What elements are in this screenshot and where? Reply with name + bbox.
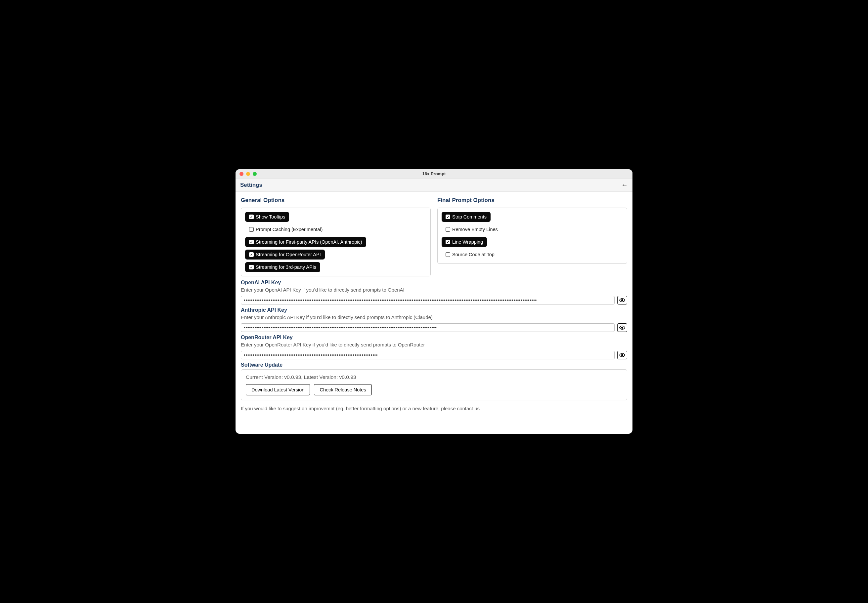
page-title: Settings: [240, 182, 262, 189]
footer-text: If you would like to suggest an improvem…: [241, 406, 627, 411]
checkbox-icon: [446, 215, 450, 219]
option-prompt-caching[interactable]: Prompt Caching (Experimental): [245, 224, 327, 234]
checkbox-icon: [249, 252, 254, 257]
eye-icon: [619, 325, 625, 331]
version-text: Current Version: v0.0.93, Latest Version…: [246, 374, 622, 380]
openai-key-desc: Enter your OpenAI API Key if you'd like …: [241, 287, 627, 292]
page-header: Settings ←: [236, 178, 632, 192]
openrouter-key-desc: Enter your OpenRouter API Key if you'd l…: [241, 342, 627, 348]
software-update-title: Software Update: [241, 362, 627, 368]
anthropic-key-input[interactable]: [241, 323, 615, 332]
software-update-box: Current Version: v0.0.93, Latest Version…: [241, 369, 627, 400]
window-title: 16x Prompt: [236, 171, 632, 176]
svg-point-0: [622, 300, 623, 301]
option-streaming-firstparty[interactable]: Streaming for First-party APIs (OpenAI, …: [245, 237, 366, 247]
titlebar: 16x Prompt: [236, 169, 632, 178]
final-prompt-options-section: Final Prompt Options Strip Comments Remo…: [437, 197, 627, 277]
option-label: Streaming for 3rd-party APIs: [256, 264, 316, 270]
option-streaming-thirdparty[interactable]: Streaming for 3rd-party APIs: [245, 262, 320, 272]
final-prompt-options-title: Final Prompt Options: [437, 197, 627, 204]
openrouter-key-reveal-button[interactable]: [617, 351, 627, 359]
option-label: Streaming for First-party APIs (OpenAI, …: [256, 240, 362, 245]
checkbox-icon: [446, 227, 450, 232]
anthropic-key-desc: Enter your Anthropic API Key if you'd li…: [241, 314, 627, 320]
general-options-title: General Options: [241, 197, 431, 204]
option-label: Streaming for OpenRouter API: [256, 252, 321, 257]
openrouter-key-label: OpenRouter API Key: [241, 335, 627, 340]
option-label: Line Wrapping: [452, 240, 483, 245]
openai-key-section: OpenAI API Key Enter your OpenAI API Key…: [241, 280, 627, 305]
eye-icon: [619, 297, 625, 303]
option-source-code-at-top[interactable]: Source Code at Top: [442, 250, 499, 260]
anthropic-key-label: Anthropic API Key: [241, 307, 627, 313]
option-label: Show Tooltips: [256, 214, 285, 220]
checkbox-icon: [446, 240, 450, 244]
svg-point-2: [622, 354, 623, 356]
maximize-window-button[interactable]: [253, 172, 257, 176]
checkbox-icon: [446, 252, 450, 257]
option-label: Strip Comments: [452, 214, 487, 220]
minimize-window-button[interactable]: [246, 172, 250, 176]
option-remove-empty-lines[interactable]: Remove Empty Lines: [442, 224, 502, 234]
software-update-section: Software Update Current Version: v0.0.93…: [241, 362, 627, 400]
close-window-button[interactable]: [240, 172, 243, 176]
checkbox-icon: [249, 240, 254, 244]
option-label: Remove Empty Lines: [452, 227, 498, 232]
openai-key-reveal-button[interactable]: [617, 296, 627, 305]
svg-point-1: [622, 327, 623, 329]
checkbox-icon: [249, 265, 254, 269]
option-show-tooltips[interactable]: Show Tooltips: [245, 212, 289, 222]
option-strip-comments[interactable]: Strip Comments: [442, 212, 491, 222]
anthropic-key-section: Anthropic API Key Enter your Anthropic A…: [241, 307, 627, 332]
openrouter-key-section: OpenRouter API Key Enter your OpenRouter…: [241, 335, 627, 359]
openai-key-input[interactable]: [241, 296, 615, 305]
option-streaming-openrouter[interactable]: Streaming for OpenRouter API: [245, 250, 325, 260]
final-prompt-options-box: Strip Comments Remove Empty Lines Line W…: [437, 208, 627, 264]
app-window: 16x Prompt Settings ← General Options Sh…: [236, 169, 632, 434]
option-label: Source Code at Top: [452, 252, 494, 257]
general-options-section: General Options Show Tooltips Prompt Cac…: [241, 197, 431, 277]
general-options-box: Show Tooltips Prompt Caching (Experiment…: [241, 208, 431, 277]
settings-content: General Options Show Tooltips Prompt Cac…: [236, 192, 632, 434]
check-release-notes-button[interactable]: Check Release Notes: [314, 384, 372, 395]
traffic-lights: [240, 172, 257, 176]
openrouter-key-input[interactable]: [241, 351, 615, 359]
checkbox-icon: [249, 227, 254, 232]
eye-icon: [619, 352, 625, 358]
option-label: Prompt Caching (Experimental): [256, 227, 322, 232]
back-arrow-icon[interactable]: ←: [621, 181, 628, 189]
option-line-wrapping[interactable]: Line Wrapping: [442, 237, 487, 247]
anthropic-key-reveal-button[interactable]: [617, 323, 627, 332]
checkbox-icon: [249, 215, 254, 219]
download-latest-button[interactable]: Download Latest Version: [246, 384, 310, 395]
openai-key-label: OpenAI API Key: [241, 280, 627, 286]
